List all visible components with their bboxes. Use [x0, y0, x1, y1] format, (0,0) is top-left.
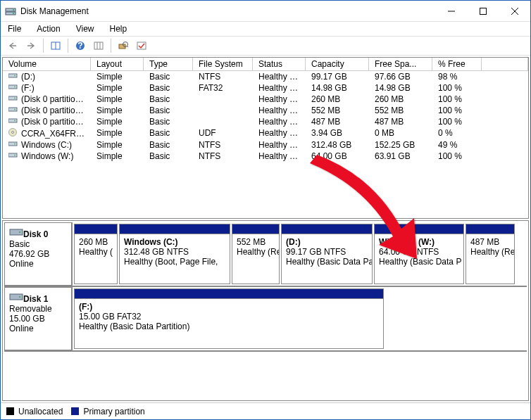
- legend-unallocated-swatch: [6, 407, 14, 415]
- svg-rect-18: [137, 42, 146, 49]
- volume-header: Volume Layout Type File System Status Ca…: [3, 58, 528, 71]
- menu-action[interactable]: Action: [34, 23, 63, 34]
- forward-button[interactable]: [23, 38, 39, 53]
- drive-icon: [8, 95, 18, 102]
- legend-primary-swatch: [71, 407, 79, 415]
- partition-bar: [120, 224, 230, 234]
- drive-icon: [8, 141, 18, 148]
- disk-row: Disk 1Removable15.00 GBOnline(F:)15.00 G…: [4, 287, 527, 352]
- back-button[interactable]: [5, 38, 20, 53]
- partition[interactable]: Windows (W:)64.00 GB NTFSHealthy (Basic …: [374, 224, 464, 284]
- volume-list[interactable]: Volume Layout Type File System Status Ca…: [2, 57, 529, 219]
- partition-bar: [466, 224, 514, 234]
- menu-help[interactable]: Help: [107, 23, 130, 34]
- svg-point-26: [14, 109, 15, 110]
- disk-info[interactable]: Disk 1Removable15.00 GBOnline: [4, 287, 73, 350]
- partition-bar: [75, 224, 117, 234]
- legend-primary: Primary partition: [83, 407, 144, 416]
- disk-row: Disk 0Basic476.92 GBOnline260 MBHealthy …: [4, 222, 527, 287]
- volume-row[interactable]: CCRA_X64FRE_EN...SimpleBasicUDFHealthy (…: [3, 127, 528, 139]
- disk-icon: [9, 227, 23, 237]
- svg-rect-12: [94, 42, 103, 49]
- col-pctfree[interactable]: % Free: [432, 58, 482, 70]
- volume-row[interactable]: Windows (C:)SimpleBasicNTFSHealthy (B...…: [3, 139, 528, 151]
- drive-icon: [8, 152, 18, 159]
- view-columns-icon[interactable]: [91, 38, 106, 53]
- svg-point-22: [14, 87, 15, 88]
- svg-rect-37: [10, 294, 23, 300]
- disk-info[interactable]: Disk 0Basic476.92 GBOnline: [4, 222, 73, 286]
- svg-rect-31: [8, 142, 17, 146]
- svg-point-2: [13, 9, 14, 11]
- volume-row[interactable]: Windows (W:)SimpleBasicNTFSHealthy (B...…: [3, 151, 528, 162]
- menu-view[interactable]: View: [73, 23, 97, 34]
- svg-point-32: [14, 144, 15, 145]
- window-title: Disk Management: [20, 6, 435, 16]
- partition[interactable]: 487 MBHealthy (Re: [466, 224, 515, 284]
- partition[interactable]: 552 MBHealthy (Re: [232, 224, 280, 284]
- maximize-button[interactable]: [467, 1, 499, 22]
- partition-bar: [282, 224, 372, 234]
- volume-row[interactable]: (Disk 0 partition 4)SimpleBasicHealthy (…: [3, 105, 528, 116]
- toolbar: ?: [1, 36, 530, 56]
- volume-row[interactable]: (D:)SimpleBasicNTFSHealthy (B...99.17 GB…: [3, 71, 528, 82]
- svg-point-3: [13, 13, 14, 14]
- col-capacity[interactable]: Capacity: [306, 58, 369, 70]
- svg-rect-19: [8, 74, 17, 77]
- col-layout[interactable]: Layout: [91, 58, 144, 70]
- close-button[interactable]: [499, 1, 530, 22]
- svg-point-24: [14, 98, 15, 99]
- col-freespace[interactable]: Free Spa...: [369, 58, 432, 70]
- disk-map[interactable]: Disk 0Basic476.92 GBOnline260 MBHealthy …: [2, 220, 529, 401]
- titlebar: Disk Management: [1, 1, 530, 22]
- col-type[interactable]: Type: [144, 58, 193, 70]
- svg-rect-27: [8, 119, 17, 122]
- svg-line-17: [127, 46, 128, 47]
- svg-point-30: [12, 132, 14, 134]
- svg-point-20: [14, 75, 15, 77]
- col-filesystem[interactable]: File System: [193, 58, 253, 70]
- minimize-button[interactable]: [435, 1, 467, 22]
- drive-icon: [8, 128, 18, 136]
- svg-rect-23: [8, 96, 17, 100]
- svg-rect-25: [8, 108, 17, 111]
- col-status[interactable]: Status: [253, 58, 306, 70]
- drive-icon: [8, 106, 18, 113]
- drive-icon: [8, 117, 18, 125]
- svg-rect-21: [8, 85, 17, 89]
- partition-bar: [232, 224, 279, 234]
- apply-icon[interactable]: [134, 38, 149, 53]
- svg-point-28: [14, 120, 15, 122]
- volume-row[interactable]: (Disk 0 partition 1)SimpleBasicHealthy (…: [3, 94, 528, 105]
- legend: Unallocated Primary partition: [1, 402, 530, 419]
- partition-bar: [375, 224, 463, 234]
- app-icon: [5, 6, 16, 17]
- svg-point-38: [19, 296, 20, 298]
- svg-rect-35: [10, 229, 23, 235]
- help-icon[interactable]: ?: [73, 38, 88, 53]
- partition-bar: [75, 289, 383, 299]
- view-split-icon[interactable]: [48, 38, 63, 53]
- partition[interactable]: (F:)15.00 GB FAT32Healthy (Basic Data Pa…: [74, 288, 384, 349]
- menu-file[interactable]: File: [5, 23, 24, 34]
- partition[interactable]: 260 MBHealthy (: [74, 224, 118, 284]
- svg-point-36: [19, 231, 20, 233]
- volume-row[interactable]: (Disk 0 partition 6)SimpleBasicHealthy (…: [3, 116, 528, 127]
- svg-rect-5: [480, 8, 486, 14]
- menubar: File Action View Help: [1, 22, 530, 36]
- partition[interactable]: (D:)99.17 GB NTFSHealthy (Basic Data Pa: [281, 224, 373, 284]
- col-volume[interactable]: Volume: [3, 58, 91, 70]
- svg-point-34: [14, 155, 15, 156]
- drive-icon: [8, 72, 18, 79]
- legend-unallocated: Unallocated: [18, 407, 63, 416]
- svg-text:?: ?: [77, 41, 82, 51]
- disk-icon: [9, 292, 23, 302]
- partition[interactable]: Windows (C:)312.48 GB NTFSHealthy (Boot,…: [119, 224, 230, 284]
- rescan-icon[interactable]: [115, 38, 131, 53]
- volume-row[interactable]: (F:)SimpleBasicFAT32Healthy (B...14.98 G…: [3, 82, 528, 94]
- svg-rect-33: [8, 153, 17, 157]
- drive-icon: [8, 84, 18, 91]
